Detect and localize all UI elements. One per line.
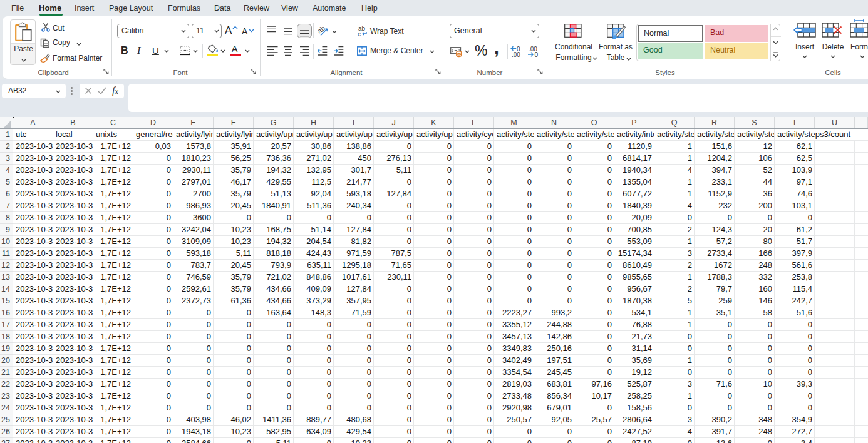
svg-text:ab: ab — [318, 26, 326, 35]
svg-text:0: 0 — [535, 51, 539, 58]
svg-text:c: c — [358, 31, 361, 37]
svg-text:.00: .00 — [512, 51, 520, 58]
